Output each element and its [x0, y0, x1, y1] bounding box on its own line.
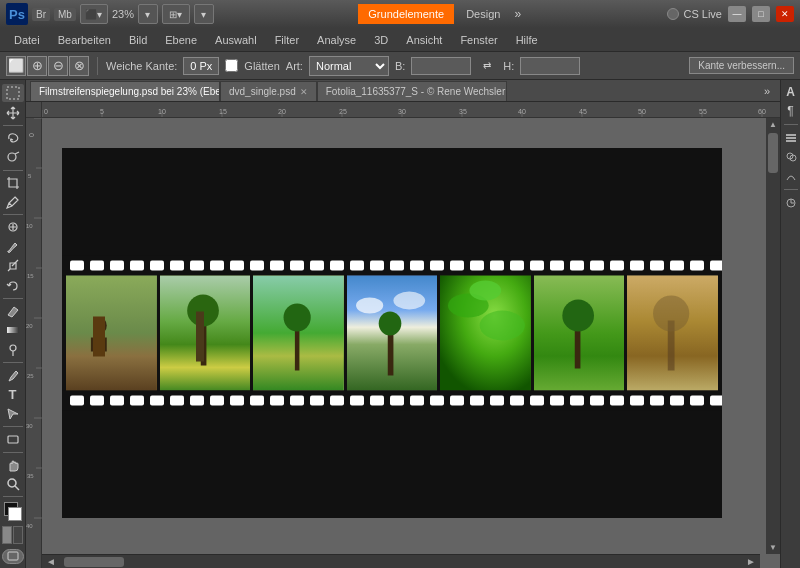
svg-point-62	[284, 304, 311, 332]
maximize-button[interactable]: □	[752, 6, 770, 22]
menu-fenster[interactable]: Fenster	[452, 32, 505, 48]
artwork[interactable]	[62, 148, 722, 518]
tool-crop[interactable]	[2, 173, 24, 191]
cs-live-area[interactable]: CS Live	[667, 8, 722, 20]
doc-tab-filmstreifen[interactable]: Filmstreifenspiegelung.psd bei 23% (Eben…	[30, 81, 220, 101]
weiche-kante-input[interactable]	[183, 57, 219, 75]
minibrige-badge[interactable]: Mb	[54, 8, 76, 21]
hole	[130, 396, 144, 406]
tool-eyedropper[interactable]	[2, 193, 24, 211]
menu-ansicht[interactable]: Ansicht	[398, 32, 450, 48]
vscroll-thumb[interactable]	[768, 133, 778, 173]
panel-icon-A[interactable]: A	[783, 84, 799, 100]
hscroll-thumb[interactable]	[64, 557, 124, 567]
scroll-down-arrow[interactable]: ▼	[769, 541, 777, 554]
hole	[410, 261, 424, 271]
panel-icon-paragraph[interactable]: ¶	[783, 103, 799, 119]
svg-rect-3	[7, 327, 19, 333]
tool-shape[interactable]	[2, 430, 24, 448]
add-selection-icon[interactable]: ⊕	[27, 56, 47, 76]
screen-mode-button[interactable]	[2, 549, 24, 564]
menu-filter[interactable]: Filter	[267, 32, 307, 48]
film-frames	[66, 276, 718, 391]
standard-mode[interactable]	[2, 526, 12, 544]
menu-hilfe[interactable]: Hilfe	[508, 32, 546, 48]
hole	[610, 261, 624, 271]
view-options[interactable]: ⊞▾	[162, 4, 190, 24]
kante-verbessern-button[interactable]: Kante verbessern...	[689, 57, 794, 74]
new-selection-icon[interactable]: ⬜	[6, 56, 26, 76]
menu-3d[interactable]: 3D	[366, 32, 396, 48]
tool-pen[interactable]	[2, 366, 24, 384]
doc-tabs-more[interactable]: »	[758, 81, 776, 101]
h-input[interactable]	[520, 57, 580, 75]
cs-live-label: CS Live	[683, 8, 722, 20]
hole	[130, 261, 144, 271]
glatten-checkbox[interactable]	[225, 59, 238, 72]
hole	[170, 261, 184, 271]
hole	[370, 261, 384, 271]
svg-text:25: 25	[27, 373, 34, 379]
tool-gradient[interactable]	[2, 321, 24, 339]
tool-quick-select[interactable]	[2, 148, 24, 166]
tab-design[interactable]: Design	[456, 4, 510, 24]
hole	[470, 396, 484, 406]
vscrollbar[interactable]: ▲ ▼	[766, 118, 780, 554]
toolbar-left: T	[0, 80, 26, 568]
doc-tab-fotolia[interactable]: Fotolia_11635377_S - © Rene Wechsler - F…	[317, 81, 507, 101]
tool-healing[interactable]	[2, 218, 24, 236]
zoom-options[interactable]: ▾	[138, 4, 158, 24]
tool-history-brush[interactable]	[2, 276, 24, 294]
scroll-left-arrow[interactable]: ◄	[42, 556, 60, 567]
menu-bearbeiten[interactable]: Bearbeiten	[50, 32, 119, 48]
b-input[interactable]	[411, 57, 471, 75]
frame2-svg	[160, 276, 251, 391]
doc-tab-close-2[interactable]: ✕	[300, 87, 308, 97]
minimize-button[interactable]: —	[728, 6, 746, 22]
panel-icon-paths[interactable]	[783, 168, 799, 184]
doc-tab-dvd[interactable]: dvd_single.psd ✕	[220, 81, 317, 101]
menu-datei[interactable]: Datei	[6, 32, 48, 48]
tool-hand[interactable]	[2, 455, 24, 473]
hole	[230, 396, 244, 406]
tool-move[interactable]	[2, 103, 24, 121]
tool-clone[interactable]	[2, 257, 24, 275]
color-swatches[interactable]	[2, 502, 24, 520]
panel-icon-layers[interactable]	[783, 130, 799, 146]
subtract-selection-icon[interactable]: ⊖	[48, 56, 68, 76]
panel-icon-channels[interactable]	[783, 149, 799, 165]
tab-grundelemente[interactable]: Grundelemente	[358, 4, 454, 24]
tool-marquee[interactable]	[2, 84, 24, 102]
view-extra[interactable]: ▾	[194, 4, 214, 24]
tool-brush[interactable]	[2, 238, 24, 256]
panel-icon-adjustments[interactable]	[783, 195, 799, 211]
scroll-right-arrow[interactable]: ►	[742, 556, 760, 567]
bridge-badge[interactable]: Br	[32, 8, 50, 21]
background-color[interactable]	[8, 507, 22, 521]
svg-point-1	[8, 153, 16, 161]
menu-bild[interactable]: Bild	[121, 32, 155, 48]
hole	[570, 396, 584, 406]
screen-mode-selector[interactable]: ⬛▾	[80, 4, 108, 24]
tool-type[interactable]: T	[2, 385, 24, 403]
menu-analyse[interactable]: Analyse	[309, 32, 364, 48]
hscrollbar[interactable]: ◄ ►	[42, 554, 760, 568]
svg-rect-0	[7, 87, 19, 99]
close-button[interactable]: ✕	[776, 6, 794, 22]
tool-path-select[interactable]	[2, 405, 24, 423]
menu-auswahl[interactable]: Auswahl	[207, 32, 265, 48]
swap-icon[interactable]: ⇄	[477, 56, 497, 76]
svg-point-64	[356, 298, 383, 314]
quickmask-mode[interactable]	[13, 526, 23, 544]
tool-dodge[interactable]	[2, 341, 24, 359]
tool-lasso[interactable]	[2, 129, 24, 147]
intersect-selection-icon[interactable]: ⊗	[69, 56, 89, 76]
menu-ebene[interactable]: Ebene	[157, 32, 205, 48]
tool-zoom[interactable]	[2, 475, 24, 493]
tool-eraser[interactable]	[2, 302, 24, 320]
scroll-up-arrow[interactable]: ▲	[769, 118, 777, 131]
canvas-area: Filmstreifenspiegelung.psd bei 23% (Eben…	[26, 80, 780, 568]
art-select[interactable]: Normal	[309, 56, 389, 76]
canvas-document[interactable]	[42, 118, 780, 568]
more-workspaces[interactable]: »	[512, 7, 523, 21]
